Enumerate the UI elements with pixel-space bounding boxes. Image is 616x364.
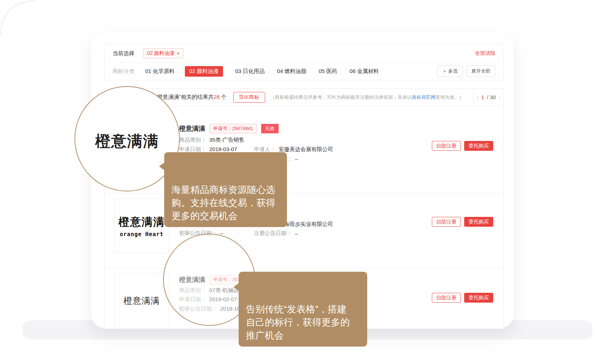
trademark-image[interactable]: 橙意满满 orange Heart <box>114 199 169 253</box>
tooltip-resources: 海量精品商标资源随心选 购。支持在线交易，获得 更多的交易机会 <box>164 152 287 227</box>
trademark-image-text: 橙意满满 <box>118 215 165 230</box>
entrust-purchase-button[interactable]: 委托购买 <box>464 293 493 303</box>
category-line: 商品类别： 35类-广告销售 <box>179 137 244 143</box>
current-selection-label: 当前选择 <box>113 50 134 57</box>
trademark-image-text: 橙意满满 <box>123 295 160 307</box>
reg-pub-value: – <box>295 156 298 162</box>
category-filter-label: 商标分类 <box>113 68 134 75</box>
trademark-title-line: 橙意满满 申请号：29474941 无效 <box>179 124 279 133</box>
trademark-image[interactable]: 橙意满满 <box>114 274 169 328</box>
tooltip-promotion: 告别传统“发表格”，搭建 自己的标行，获得更多的 推广机会 <box>239 272 367 347</box>
category-item-01[interactable]: 01 化学原料 <box>145 68 175 75</box>
next-page-icon[interactable]: › <box>498 94 500 100</box>
application-number-tag: 申请号：29474941 <box>210 124 257 133</box>
disclaimer-text: （商标检索结果仅供参考，不作为商标能否注册的法律依据；具体以商标局官网查询为准。… <box>270 94 464 101</box>
tooltip-arrow-icon <box>234 283 239 291</box>
entrust-purchase-button[interactable]: 委托购买 <box>464 141 493 151</box>
category-item-04[interactable]: 04 燃料油脂 <box>277 68 307 75</box>
self-register-button[interactable]: 自助注册 <box>432 217 461 227</box>
tooltip-arrow-icon <box>159 162 165 170</box>
remove-filter-icon[interactable]: × <box>177 51 179 56</box>
total-pages: / 30 <box>487 94 496 100</box>
category-item-06[interactable]: 06 金属材料 <box>349 68 379 75</box>
applicant-value: 安徽美达会展有限公司 <box>279 146 333 153</box>
export-trademarks-button[interactable]: 导出商标 <box>233 92 265 103</box>
selected-filter-tag[interactable]: 02 颜料油漆 × <box>143 48 184 58</box>
category-item-03[interactable]: 03 日化用品 <box>235 68 265 75</box>
multi-select-button[interactable]: ＋ 多选 <box>437 65 463 77</box>
reg-pub-value: – <box>295 230 298 236</box>
results-count: 28 <box>214 94 220 100</box>
reg-pub-label: 注册公告日期： <box>254 230 292 237</box>
prev-page-icon[interactable]: ‹ <box>477 94 479 100</box>
filter-panel: 当前选择 02 颜料油漆 × 全部清除 商标分类 01 化学原料 02 颜料油漆… <box>104 44 504 80</box>
entrust-purchase-button[interactable]: 委托购买 <box>464 217 493 227</box>
summary-suffix: 个 <box>220 94 227 100</box>
category-row: 商标分类 01 化学原料 02 颜料油漆 03 日化用品 04 燃料油脂 05 … <box>105 62 503 80</box>
trademark-image-subtext: orange Heart <box>120 231 163 238</box>
disclaimer-prefix: （商标检索结果仅供参考，不作为商标能否注册的法律依据；具体以 <box>270 94 412 100</box>
tooltip-promotion-text: 告别传统“发表格”，搭建 自己的标行，获得更多的 推广机会 <box>246 304 350 341</box>
category-item-05[interactable]: 05 医药 <box>319 68 337 75</box>
trademark-name[interactable]: 橙意满满 <box>179 124 205 133</box>
selected-filter-tag-label: 02 颜料油漆 <box>147 50 174 57</box>
tooltip-resources-text: 海量精品商标资源随心选 购。支持在线交易，获得 更多的交易机会 <box>171 184 275 221</box>
pagination: ‹ 1 / 30 › <box>473 89 503 106</box>
clear-all-link[interactable]: 全部清除 <box>475 50 495 57</box>
current-page: 1 <box>481 94 484 100</box>
expand-all-button[interactable]: 展开全部 <box>466 65 495 77</box>
category-label: 商品类别： <box>179 137 206 143</box>
magnified-trademark-text: 橙意满满 <box>95 131 159 151</box>
disclaimer-suffix: 查询为准。） <box>435 94 464 100</box>
trademark-office-link[interactable]: 商标局官网 <box>412 94 435 100</box>
category-item-02-selected[interactable]: 02 颜料油漆 <box>185 66 223 77</box>
category-value: 35类-广告销售 <box>209 137 244 143</box>
background-corner-arc <box>0 0 40 40</box>
self-register-button[interactable]: 自助注册 <box>432 141 461 151</box>
status-badge: 无效 <box>261 124 279 133</box>
current-selection-row: 当前选择 02 颜料油漆 × 全部清除 <box>105 45 503 62</box>
self-register-button[interactable]: 自助注册 <box>432 293 461 303</box>
page: 当前选择 02 颜料油漆 × 全部清除 商标分类 01 化学原料 02 颜料油漆… <box>0 0 616 364</box>
